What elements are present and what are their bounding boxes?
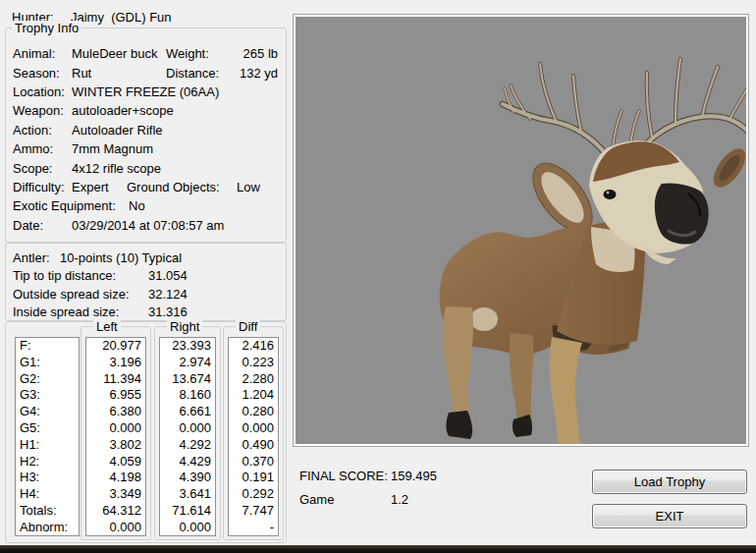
- right-value: 4.390: [160, 470, 215, 486]
- score-summary: FINAL SCORE: 159.495 Game 1.2: [299, 469, 437, 516]
- ground-objects-value: Low: [237, 180, 278, 194]
- diff-value: 0.370: [229, 454, 278, 470]
- measure-label: F:: [16, 338, 79, 355]
- diff-value: 0.191: [229, 470, 278, 486]
- animal-value: MuleDeer buck: [72, 46, 166, 61]
- outside-spread-label: Outside spread size:: [13, 287, 148, 302]
- location-row: Location: WINTER FREEZE (06AA): [13, 83, 278, 101]
- right-value: 4.292: [160, 437, 215, 454]
- action-row: Action: Autoloader Rifle: [13, 121, 278, 139]
- belly-patch: [470, 307, 498, 331]
- scope-label: Scope:: [13, 161, 72, 176]
- antler-value: 10-points (10) Typical: [60, 250, 278, 265]
- measure-label: Totals:: [16, 503, 79, 520]
- diff-value: -: [229, 520, 278, 536]
- diff-value: 7.747: [229, 503, 278, 520]
- difficulty-row: Difficulty: Expert Ground Objects: Low: [13, 178, 278, 196]
- scope-value: 4x12 rifle scope: [72, 161, 278, 176]
- date-label: Date:: [13, 218, 72, 233]
- left-value: 4.059: [86, 454, 145, 470]
- diff-value: 0.000: [229, 420, 278, 437]
- ammo-row: Ammo: 7mm Magnum: [13, 139, 278, 158]
- weight-label: Weight:: [166, 46, 227, 61]
- scope-row: Scope: 4x12 rifle scope: [13, 158, 278, 177]
- left-value: 0.000: [86, 520, 145, 536]
- diff-value: 0.280: [229, 404, 278, 420]
- left-value: 3.802: [86, 437, 145, 454]
- tip-to-tip-label: Tip to tip distance:: [13, 268, 148, 283]
- inside-spread-label: Inside spread size:: [13, 304, 148, 319]
- measure-label: Abnorm:: [16, 520, 79, 536]
- season-label: Season:: [13, 66, 72, 81]
- measure-label: G4:: [16, 404, 79, 420]
- exit-button[interactable]: EXIT: [592, 504, 747, 528]
- left-column-header: Left: [93, 319, 121, 334]
- final-score-value: 159.495: [391, 469, 437, 484]
- right-value: 71.614: [160, 503, 215, 520]
- measurement-labels-listbox[interactable]: F: G1: G2: G3: G4: G5: H1: H2: H3: H4: T…: [15, 337, 80, 536]
- ammo-value: 7mm Magnum: [72, 141, 278, 156]
- left-value: 11.394: [86, 371, 145, 388]
- left-value: 6.380: [86, 404, 145, 420]
- left-value: 6.955: [86, 387, 145, 404]
- location-value: WINTER FREEZE (06AA): [72, 84, 278, 99]
- animal-label: Animal:: [13, 46, 72, 61]
- animal-weight-row: Animal: MuleDeer buck Weight: 265 lb: [13, 44, 278, 63]
- diff-column-groupbox: Diff 2.416 0.223 2.280 1.204 0.280 0.000…: [223, 326, 284, 540]
- deer-3d-viewport: [296, 17, 746, 444]
- weapon-value: autoloader+scope: [72, 103, 278, 118]
- trophy-info-title: Trophy Info: [12, 21, 81, 35]
- distance-label: Distance:: [166, 66, 227, 81]
- right-value: 0.000: [160, 520, 215, 536]
- distance-value: 132 yd: [227, 66, 278, 81]
- trophy-info-groupbox: Trophy Info Animal: MuleDeer buck Weight…: [5, 28, 287, 243]
- measure-label: H2:: [16, 454, 79, 470]
- eye-glint: [607, 192, 610, 194]
- right-value: 13.674: [160, 371, 215, 388]
- diff-value: 0.490: [229, 437, 278, 454]
- diff-value: 2.280: [229, 371, 278, 388]
- measurements-groupbox: F: G1: G2: G3: G4: G5: H1: H2: H3: H4: T…: [5, 321, 287, 543]
- diff-values-listbox[interactable]: 2.416 0.223 2.280 1.204 0.280 0.000 0.49…: [228, 337, 279, 536]
- inside-spread-value: 31.316: [148, 304, 278, 319]
- antler-type-row: Antler: 10-points (10) Typical: [13, 249, 278, 267]
- load-trophy-button[interactable]: Load Trophy: [592, 470, 747, 494]
- exotic-equipment-row: Exotic Equipment: No: [13, 196, 278, 215]
- right-value: 3.641: [160, 486, 215, 503]
- location-label: Location:: [13, 84, 72, 99]
- right-value: 6.661: [160, 404, 215, 420]
- hunter-value: Jaimy (GDL) Fun: [71, 10, 172, 25]
- trophy-render-panel: [293, 14, 749, 447]
- tip-to-tip-value: 31.054: [148, 268, 278, 283]
- antler-info-groupbox: Antler: 10-points (10) Typical Tip to ti…: [5, 243, 287, 321]
- measure-label: H3:: [16, 470, 79, 486]
- mule-deer-render: [296, 17, 746, 444]
- game-version-value: 1.2: [391, 492, 408, 508]
- measure-label: G2:: [16, 371, 79, 388]
- left-value: 3.349: [86, 486, 145, 503]
- ground-objects-label: Ground Objects:: [127, 180, 237, 194]
- diff-column-header: Diff: [236, 319, 260, 334]
- left-values-listbox[interactable]: 20.977 3.196 11.394 6.955 6.380 0.000 3.…: [85, 337, 146, 536]
- date-row: Date: 03/29/2014 at 07:08:57 am: [13, 216, 278, 235]
- left-value: 64.312: [86, 503, 145, 520]
- right-value: 23.393: [160, 338, 215, 355]
- diff-value: 2.416: [229, 338, 278, 355]
- game-version-row: Game 1.2: [299, 492, 437, 508]
- right-values-listbox[interactable]: 23.393 2.974 13.674 8.160 6.661 0.000 4.…: [159, 337, 216, 536]
- antler-label: Antler:: [13, 250, 60, 265]
- action-label: Action:: [13, 123, 72, 138]
- right-value: 8.160: [160, 387, 215, 404]
- weapon-label: Weapon:: [13, 103, 72, 118]
- action-value: Autoloader Rifle: [72, 123, 278, 138]
- left-value: 20.977: [86, 338, 145, 355]
- exotic-equipment-value: No: [129, 198, 278, 213]
- outside-spread-row: Outside spread size: 32.124: [13, 285, 278, 304]
- season-value: Rut: [72, 66, 166, 81]
- right-value: 0.000: [160, 420, 215, 437]
- tip-to-tip-row: Tip to tip distance: 31.054: [13, 267, 278, 286]
- left-column-groupbox: Left 20.977 3.196 11.394 6.955 6.380 0.0…: [81, 326, 151, 540]
- right-value: 2.974: [160, 355, 215, 371]
- final-score-label: FINAL SCORE:: [299, 469, 391, 484]
- outside-spread-value: 32.124: [148, 287, 278, 302]
